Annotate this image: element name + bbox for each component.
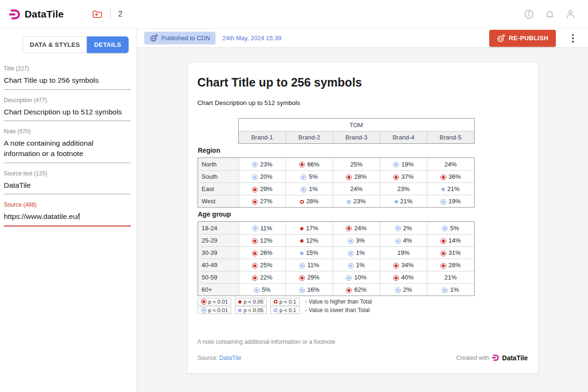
sig-red-ring-icon <box>252 263 258 269</box>
table-cell: 23% <box>239 158 286 170</box>
table-cell: 28% <box>285 195 333 207</box>
source-url-field-input[interactable]: https://www.datatile.eu/ <box>4 211 131 226</box>
row-label: South <box>198 170 239 183</box>
sig-red-ring-icon <box>346 174 352 180</box>
sig-red-ring-icon <box>393 275 399 281</box>
sig-red-ring-icon <box>299 275 305 281</box>
globe-publish-icon <box>150 34 158 42</box>
cell-value: 3% <box>356 237 365 244</box>
note-field: Note (970) A note containing additional … <box>4 128 131 163</box>
table-row: 30-3926%15%1%19%31% <box>198 246 474 259</box>
chart-title: Chart Title up to 256 symbols <box>198 76 528 89</box>
source-url-field: Source (488) https://www.datatile.eu/ <box>4 201 131 226</box>
table-cell: 22% <box>239 271 286 283</box>
table-cell: 23% <box>333 195 380 207</box>
cell-value: 29% <box>307 274 320 281</box>
cell-value: 19% <box>449 198 461 205</box>
table-cell: 19% <box>380 158 427 170</box>
app-logo[interactable]: DataTile <box>9 8 64 21</box>
republish-button[interactable]: RE-PUBLISH <box>489 30 556 47</box>
table-cell: 3% <box>333 234 380 246</box>
sig-blue-ring-icon <box>441 199 446 205</box>
sig-red-open-icon <box>274 300 277 304</box>
title-field-input[interactable]: Chart Title up to 256 symbols <box>4 75 131 90</box>
table-cell: 4% <box>380 234 427 246</box>
table-cell: 66% <box>285 158 333 170</box>
chart-card: Chart Title up to 256 symbols Chart Desc… <box>187 62 538 374</box>
sig-blue-dot-icon <box>395 200 398 203</box>
sig-blue-ring-icon <box>252 226 258 231</box>
more-options-kebab-icon[interactable] <box>570 32 576 44</box>
row-label: 18-24 <box>198 222 239 234</box>
cell-value: 4% <box>403 237 412 244</box>
sig-red-ring-icon <box>346 226 352 231</box>
cell-value: 12% <box>260 237 272 244</box>
table-cell: 37% <box>380 170 427 183</box>
info-icon[interactable] <box>524 9 534 19</box>
cell-value: 20% <box>260 173 272 180</box>
table-cell: 17% <box>285 222 333 234</box>
source-url-field-label: Source (488) <box>4 201 131 208</box>
sig-red-ring-icon <box>441 238 446 244</box>
divider <box>110 8 111 20</box>
column-header: Brand-4 <box>380 131 427 143</box>
sig-red-ring-icon <box>441 251 446 256</box>
sig-red-ring-icon <box>393 263 399 269</box>
sig-red-ring-icon <box>252 199 258 205</box>
cell-value: 25% <box>260 261 272 269</box>
table-header-block: TOMBrand-1Brand-2Brand-3Brand-4Brand-5 <box>238 118 475 144</box>
table-cell: 21% <box>427 183 474 195</box>
table-cell: 25% <box>239 259 286 271</box>
cell-value: 27% <box>260 198 272 205</box>
legend-item: p < 0.05 <box>235 306 267 314</box>
cell-value: 5% <box>309 173 318 180</box>
user-profile-icon[interactable] <box>565 9 576 19</box>
table-row: 50-5922%29%10%40%21% <box>198 271 474 283</box>
table-cell: 36% <box>427 170 474 183</box>
row-label: 30-39 <box>198 246 239 259</box>
cell-value: 23% <box>398 185 410 192</box>
cell-value: 29% <box>260 185 272 192</box>
legend-item-label: p < 0.1 <box>279 307 296 313</box>
cell-value: 25% <box>350 161 363 168</box>
column-group-header: TOM <box>239 119 474 131</box>
table-cell: 29% <box>239 183 286 195</box>
published-to-cdn-badge[interactable]: Published to CDN <box>144 32 216 44</box>
note-field-label: Note (970) <box>4 128 131 135</box>
table-cell: 23% <box>380 183 427 195</box>
table-cell: 14% <box>427 234 474 246</box>
legend-item: p < 0.01 <box>198 298 232 305</box>
cell-value: 5% <box>262 286 271 293</box>
cell-value: 31% <box>449 249 461 256</box>
table-row: West27%28%23%21%19% <box>198 195 474 207</box>
table-cell: 62% <box>333 283 380 296</box>
table-cell: 34% <box>380 259 427 271</box>
description-field-input[interactable]: Chart Description up to 512 symbols <box>4 107 131 122</box>
table-cell: 15% <box>285 246 333 259</box>
sig-blue-ring-icon <box>393 162 399 167</box>
datatile-logo-icon <box>9 8 21 21</box>
crosstab: TOMBrand-1Brand-2Brand-3Brand-4Brand-5Re… <box>198 118 528 296</box>
table-cell: 5% <box>427 222 474 234</box>
column-header: Brand-3 <box>333 131 380 143</box>
table-row: 25-2912%12%3%4%14% <box>198 234 474 246</box>
source-text-field-input[interactable]: DataTile <box>4 180 131 195</box>
notifications-bell-icon[interactable] <box>545 9 555 19</box>
table-row: North23%66%25%19%24% <box>198 158 474 170</box>
source-link[interactable]: DataTile <box>219 355 241 361</box>
sig-blue-ring-icon <box>395 226 401 231</box>
back-to-folder-icon[interactable] <box>91 8 104 20</box>
tab-data-and-styles[interactable]: DATA & STYLES <box>23 36 87 53</box>
tab-details[interactable]: DETAILS <box>87 36 128 53</box>
sig-blue-dot-icon <box>441 188 445 191</box>
brand-logo-text: DataTile <box>502 354 527 362</box>
sig-red-ring-icon <box>252 187 258 192</box>
cell-value: 2% <box>403 225 412 232</box>
legend-row: p < 0.01p < 0.05p < 0.1- Value is lower … <box>198 306 528 314</box>
section-table-block: 18-2411%17%24%2%5%25-2912%12%3%4%14%30-3… <box>198 221 475 296</box>
table-cell: 11% <box>239 222 286 234</box>
cell-value: 11% <box>260 225 272 232</box>
note-field-input[interactable]: A note containing additional information… <box>4 138 131 163</box>
section-label: Region <box>198 144 528 157</box>
sig-blue-ring-icon <box>348 238 354 244</box>
